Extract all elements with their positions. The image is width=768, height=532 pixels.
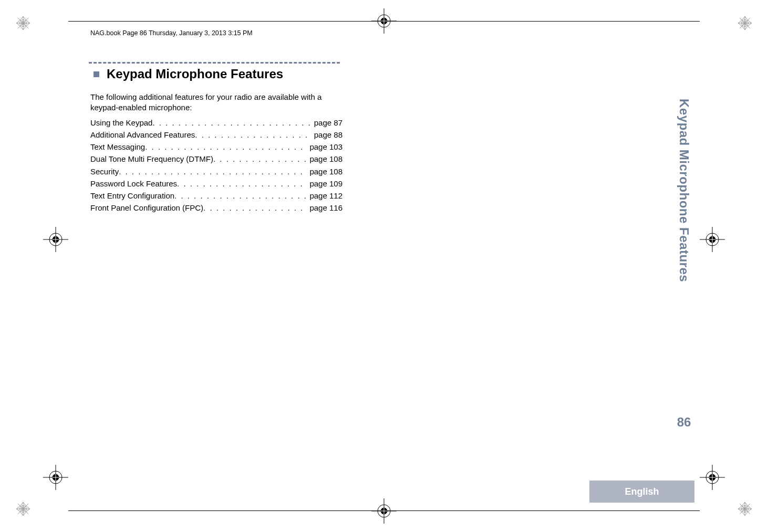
svg-line-10 bbox=[26, 20, 30, 23]
svg-line-9 bbox=[16, 23, 20, 26]
toc-label: Additional Advanced Features bbox=[90, 129, 195, 141]
svg-line-22 bbox=[738, 20, 742, 23]
leader-dots bbox=[177, 178, 307, 190]
svg-line-53 bbox=[748, 509, 752, 512]
leader-dots bbox=[195, 129, 312, 141]
svg-line-36 bbox=[16, 506, 20, 509]
svg-line-34 bbox=[20, 502, 23, 506]
svg-line-13 bbox=[23, 26, 26, 30]
toc-page: page 87 bbox=[312, 117, 343, 129]
svg-line-48 bbox=[742, 502, 745, 506]
section-title: Keypad Microphone Features bbox=[107, 67, 283, 81]
registration-mark-icon bbox=[16, 502, 30, 516]
svg-line-41 bbox=[23, 512, 26, 516]
toc-item: Dual Tone Multi Frequency (DTMF) page 10… bbox=[90, 153, 343, 165]
svg-line-24 bbox=[748, 20, 752, 23]
svg-line-38 bbox=[26, 506, 30, 509]
leader-dots bbox=[174, 190, 307, 202]
crosshair-mark-icon bbox=[43, 465, 68, 490]
square-bullet-icon bbox=[94, 71, 99, 77]
registration-mark-icon bbox=[738, 16, 752, 30]
toc-page: page 112 bbox=[307, 190, 343, 202]
section-heading-row: Keypad Microphone Features bbox=[94, 67, 343, 81]
toc-page: page 108 bbox=[307, 153, 343, 165]
content-block: Keypad Microphone Features The following… bbox=[90, 62, 343, 214]
svg-line-50 bbox=[738, 506, 742, 509]
svg-line-39 bbox=[26, 509, 30, 512]
leader-dots bbox=[119, 165, 307, 178]
dashed-rule bbox=[89, 62, 340, 64]
toc-item: Text Entry Configuration page 112 bbox=[90, 190, 343, 202]
svg-line-6 bbox=[20, 16, 23, 20]
leader-dots bbox=[203, 202, 307, 214]
svg-line-55 bbox=[745, 512, 748, 516]
crosshair-mark-icon bbox=[43, 227, 68, 252]
side-tab: Keypad Microphone Features bbox=[673, 99, 694, 495]
svg-line-8 bbox=[16, 20, 20, 23]
toc-label: Using the Keypad bbox=[90, 117, 152, 129]
toc-label: Security bbox=[90, 165, 119, 178]
crosshair-mark-icon bbox=[371, 8, 397, 34]
svg-line-7 bbox=[23, 16, 26, 20]
svg-line-54 bbox=[742, 512, 745, 516]
svg-line-52 bbox=[748, 506, 752, 509]
language-label: English bbox=[625, 486, 659, 497]
leader-dots bbox=[145, 141, 307, 153]
crosshair-mark-icon bbox=[371, 498, 397, 524]
toc-item: Password Lock Features page 109 bbox=[90, 178, 343, 190]
toc-page: page 108 bbox=[307, 165, 343, 178]
svg-line-27 bbox=[745, 26, 748, 30]
leader-dots bbox=[213, 153, 307, 165]
svg-line-37 bbox=[16, 509, 20, 512]
crosshair-mark-icon bbox=[700, 465, 725, 490]
registration-mark-icon bbox=[738, 502, 752, 516]
toc-item: Front Panel Configuration (FPC) page 116 bbox=[90, 202, 343, 214]
toc-item: Text Messaging page 103 bbox=[90, 141, 343, 153]
toc-page: page 116 bbox=[307, 202, 343, 214]
svg-line-49 bbox=[745, 502, 748, 506]
toc-label: Text Entry Configuration bbox=[90, 190, 174, 202]
toc-label: Front Panel Configuration (FPC) bbox=[90, 202, 203, 214]
toc-label: Text Messaging bbox=[90, 141, 145, 153]
svg-line-21 bbox=[745, 16, 748, 20]
svg-line-23 bbox=[738, 23, 742, 26]
svg-line-12 bbox=[20, 26, 23, 30]
crosshair-mark-icon bbox=[700, 227, 725, 252]
svg-line-35 bbox=[23, 502, 26, 506]
svg-line-51 bbox=[738, 509, 742, 512]
running-header: NAG.book Page 86 Thursday, January 3, 20… bbox=[90, 29, 253, 37]
svg-line-40 bbox=[20, 512, 23, 516]
toc-page: page 109 bbox=[307, 178, 343, 190]
svg-line-20 bbox=[742, 16, 745, 20]
toc-item: Using the Keypad page 87 bbox=[90, 117, 343, 129]
page-number: 86 bbox=[673, 415, 694, 430]
svg-line-25 bbox=[748, 23, 752, 26]
svg-line-11 bbox=[26, 23, 30, 26]
side-tab-text: Keypad Microphone Features bbox=[677, 99, 691, 282]
toc-list: Using the Keypad page 87 Additional Adva… bbox=[90, 117, 343, 214]
toc-page: page 103 bbox=[307, 141, 343, 153]
leader-dots bbox=[152, 117, 312, 129]
toc-item: Security page 108 bbox=[90, 165, 343, 178]
toc-label: Dual Tone Multi Frequency (DTMF) bbox=[90, 153, 213, 165]
toc-page: page 88 bbox=[312, 129, 343, 141]
toc-item: Additional Advanced Features page 88 bbox=[90, 129, 343, 141]
registration-mark-icon bbox=[16, 16, 30, 30]
svg-line-26 bbox=[742, 26, 745, 30]
language-bar: English bbox=[589, 481, 694, 503]
toc-label: Password Lock Features bbox=[90, 178, 177, 190]
section-intro: The following additional features for yo… bbox=[90, 92, 343, 113]
